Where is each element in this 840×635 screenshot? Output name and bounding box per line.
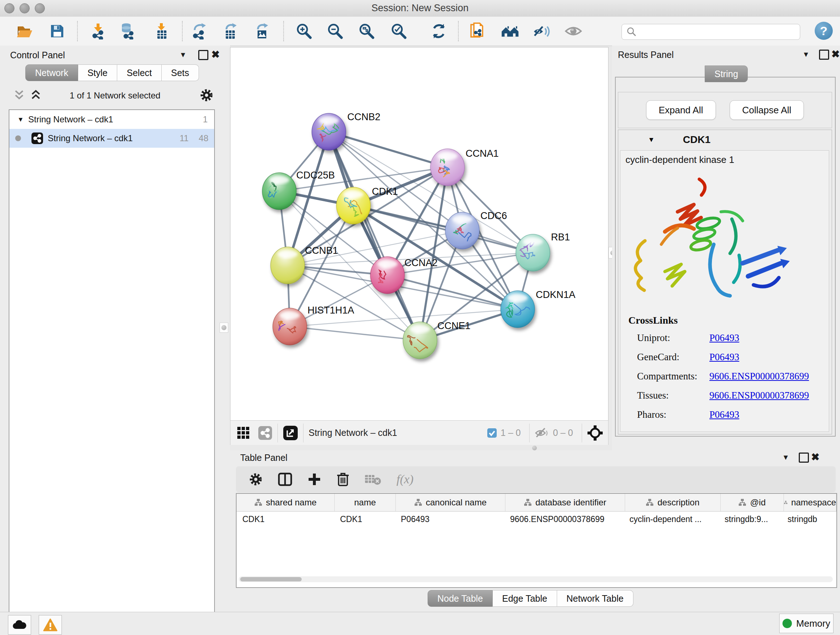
panel-menu-icon[interactable]: ▼ (782, 453, 789, 462)
panel-float-icon[interactable] (198, 50, 208, 60)
panel-close-icon[interactable]: ✖ (811, 451, 819, 463)
column-header-name[interactable]: name (335, 494, 396, 511)
import-table-button[interactable] (152, 22, 171, 40)
table-cell[interactable]: stringdb:9... (719, 511, 782, 527)
network-node[interactable] (336, 187, 370, 224)
tab-string[interactable]: String (705, 65, 748, 82)
open-session-button[interactable] (16, 22, 34, 40)
zoom-selected-button[interactable] (390, 22, 408, 40)
crosslink-row: Pharos: P06493 (637, 405, 829, 424)
show-columns-icon[interactable] (278, 472, 292, 486)
expand-all-button[interactable]: Expand All (646, 100, 716, 120)
network-edge[interactable] (329, 132, 447, 167)
save-session-button[interactable] (48, 22, 66, 40)
table-cell[interactable]: 9606.ENSP00000378699 (504, 511, 624, 527)
network-node[interactable] (273, 308, 307, 345)
crosslink-link[interactable]: P06493 (709, 409, 739, 420)
network-node[interactable] (501, 291, 535, 328)
import-network-database-button[interactable] (119, 22, 137, 40)
help-icon: ? (820, 24, 828, 38)
apply-layout-button[interactable] (430, 22, 448, 40)
table-panel: Table Panel ▼ ✖ (230, 450, 840, 612)
network-node[interactable] (262, 173, 296, 210)
tab-select[interactable]: Select (117, 65, 161, 81)
network-collection-row[interactable]: ▼ String Network – cdk1 1 (9, 110, 214, 129)
network-overview-button[interactable] (501, 22, 519, 40)
tab-node-table[interactable]: Node Table (428, 590, 493, 607)
crosslink-link[interactable]: P06493 (709, 333, 739, 344)
toolbar-separator (529, 424, 530, 442)
table-cell[interactable]: cyclin-dependent ... (624, 511, 719, 527)
tab-sets[interactable]: Sets (162, 65, 199, 81)
birdseye-navigator-icon[interactable] (587, 425, 603, 441)
column-header-database-identifier[interactable]: database identifier (505, 494, 625, 511)
single-view-button[interactable] (258, 426, 272, 440)
column-type-icon (254, 499, 262, 507)
memory-button[interactable]: Memory (779, 614, 834, 633)
network-row-selected[interactable]: String Network – cdk1 11 48 (9, 129, 214, 148)
gene-section-header[interactable]: ▼ CDK1 (618, 130, 832, 149)
tab-network-table[interactable]: Network Table (557, 590, 633, 607)
help-button[interactable]: ? (815, 22, 833, 40)
tab-edge-table[interactable]: Edge Table (493, 590, 557, 607)
column-header-shared-name[interactable]: shared name (237, 494, 335, 511)
table-horizontal-scrollbar[interactable] (239, 576, 833, 582)
create-column-icon[interactable] (308, 472, 321, 486)
network-node[interactable] (445, 212, 479, 249)
panel-float-icon[interactable] (819, 50, 829, 60)
column-header-canonical-name[interactable]: canonical name (396, 494, 505, 511)
show-graphics-details-button[interactable] (564, 22, 583, 40)
network-node[interactable] (312, 113, 346, 150)
import-network-file-button[interactable] (89, 22, 107, 40)
tab-network[interactable]: Network (25, 65, 78, 81)
export-image-button[interactable] (253, 22, 271, 40)
crosslink-link[interactable]: 9606.ENSP00000378699 (709, 371, 809, 382)
table-options-gear-icon[interactable] (249, 472, 263, 486)
clone-network-button[interactable] (470, 22, 488, 40)
scrollbar-thumb[interactable] (240, 577, 302, 581)
export-table-button[interactable] (221, 22, 240, 40)
tree-expand-icon[interactable]: ▼ (17, 116, 28, 124)
collapse-all-button[interactable]: Collapse All (729, 100, 804, 120)
network-canvas[interactable]: CCNB2CCNA1CDC25BCDK1CDC6RB1CCNB1CCNA2CDK… (230, 47, 608, 421)
panel-close-icon[interactable]: ✖ (831, 48, 840, 60)
table-cell[interactable]: P06493 (395, 511, 504, 527)
table-cell[interactable]: CDK1 (237, 511, 334, 527)
network-node[interactable] (431, 149, 464, 186)
detach-view-button[interactable] (283, 425, 298, 440)
zoom-out-button[interactable] (326, 22, 344, 40)
column-header--id[interactable]: @id (721, 494, 784, 511)
panel-close-icon[interactable]: ✖ (211, 49, 219, 60)
network-options-gear-icon[interactable] (200, 88, 213, 102)
network-node[interactable] (403, 322, 437, 359)
zoom-in-button[interactable] (295, 22, 313, 40)
selected-checkbox-icon[interactable] (487, 428, 497, 438)
tab-style[interactable]: Style (78, 65, 118, 81)
table-cell[interactable]: stringdb (782, 511, 836, 527)
network-node[interactable] (370, 257, 404, 294)
section-collapse-icon[interactable]: ▼ (648, 136, 655, 144)
panel-float-icon[interactable] (799, 453, 809, 463)
crosslink-link[interactable]: P06493 (709, 352, 739, 363)
zoom-fit-button[interactable] (357, 22, 376, 40)
search-input[interactable] (640, 25, 800, 39)
warnings-button[interactable] (39, 615, 62, 635)
column-header-namespace[interactable]: namespace (784, 494, 836, 511)
panel-menu-icon[interactable]: ▼ (180, 51, 187, 59)
table-cell[interactable]: CDK1 (334, 511, 395, 527)
network-node[interactable] (271, 247, 305, 284)
cloud-status-button[interactable] (8, 615, 31, 635)
panel-menu-icon[interactable]: ▼ (802, 50, 810, 59)
column-header-label: canonical name (426, 497, 486, 508)
table-row[interactable]: CDK1CDK1P064939606.ENSP00000378699cyclin… (237, 511, 836, 527)
crosslink-link[interactable]: 9606.ENSP00000378699 (709, 390, 809, 401)
export-network-button[interactable] (190, 22, 208, 40)
hide-graphics-details-button[interactable] (533, 22, 551, 40)
import-table-icon (153, 23, 170, 40)
toolbar-separator (458, 21, 459, 41)
delete-column-icon[interactable] (336, 472, 349, 486)
grid-view-button[interactable] (237, 426, 250, 440)
network-node[interactable] (516, 234, 550, 271)
column-header-description[interactable]: description (625, 494, 721, 511)
left-splitter-handle[interactable] (219, 323, 228, 333)
